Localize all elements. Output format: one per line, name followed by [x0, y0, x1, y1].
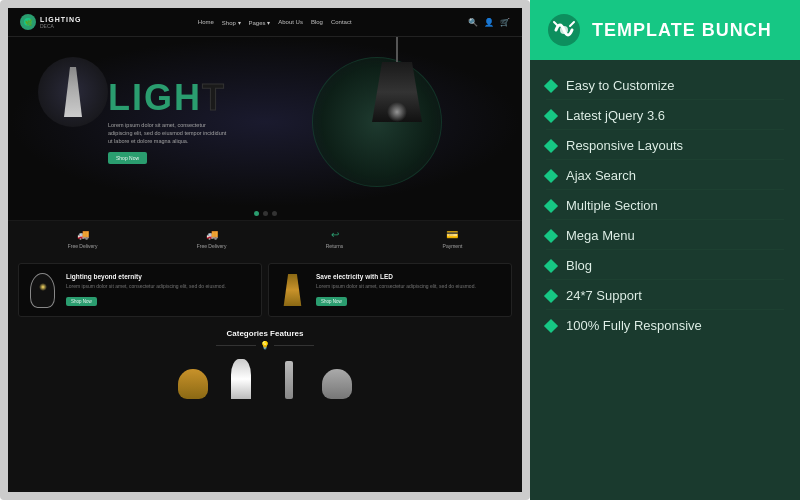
payment-label: Payment [443, 243, 463, 249]
feature-returns: ↩ Returns [326, 229, 344, 249]
nav-contact[interactable]: Contact [331, 19, 352, 26]
website-preview: 🌿 LIGHTING DECA Home Shop ▾ Pages ▾ Abou… [0, 0, 530, 500]
card-content-1: Lighting beyond eternity Lorem ipsum dol… [66, 273, 255, 308]
navbar: 🌿 LIGHTING DECA Home Shop ▾ Pages ▾ Abou… [8, 8, 522, 37]
card-img-2 [275, 270, 310, 310]
feature-row-2: Responsive Layouts [546, 132, 784, 160]
hero-shop-button[interactable]: Shop Now [108, 152, 147, 164]
wood-lamp [282, 274, 304, 306]
logo-area: 🌿 LIGHTING DECA [20, 14, 81, 30]
diamond-icon-2 [544, 138, 558, 152]
feature-name-0: Easy to Customize [566, 78, 674, 93]
feature-name-1: Latest jQuery 3.6 [566, 108, 665, 123]
feature-row-4: Multiple Section [546, 192, 784, 220]
feature-delivery-2: 🚚 Free Delivery [197, 229, 227, 249]
diamond-icon-8 [544, 318, 558, 332]
features-strip: 🚚 Free Delivery 🚚 Free Delivery ↩ Return… [8, 220, 522, 257]
card-btn-1[interactable]: Shop Now [66, 297, 97, 306]
payment-icon: 💳 [446, 229, 458, 240]
pendant-lamp [372, 37, 422, 122]
categories-section: Categories Features 💡 [8, 323, 522, 405]
hero-text-area: LIGHT Lorem ipsum dolor sit amet, consec… [108, 80, 228, 163]
logo-icon: 🌿 [20, 14, 36, 30]
dot-2[interactable] [263, 211, 268, 216]
diamond-icon-0 [544, 78, 558, 92]
feature-name-4: Multiple Section [566, 198, 658, 213]
user-icon[interactable]: 👤 [484, 18, 494, 27]
dot-3[interactable] [272, 211, 277, 216]
lamp-thumb-4 [317, 354, 357, 399]
cat-line-right [274, 345, 314, 346]
lamp-thumb-1 [173, 354, 213, 399]
hero-title-dark: T [202, 77, 226, 118]
nav-shop[interactable]: Shop ▾ [222, 19, 241, 26]
diamond-icon-5 [544, 228, 558, 242]
feature-payment: 💳 Payment [443, 229, 463, 249]
svg-point-3 [560, 26, 568, 34]
hero-title: LIGHT [108, 80, 228, 116]
card-title-2: Save electricity with LED [316, 273, 505, 281]
hero-section: LIGHT Lorem ipsum dolor sit amet, consec… [8, 37, 522, 207]
product-card-2: Save electricity with LED Lorem ipsum do… [268, 263, 512, 317]
logo-brand: LIGHTING [40, 16, 81, 23]
floor-lamp [285, 361, 293, 399]
feature-row-3: Ajax Search [546, 162, 784, 190]
feature-row-7: 24*7 Support [546, 282, 784, 310]
hero-body-text: Lorem ipsum dolor sit amet, consectetur … [108, 122, 228, 145]
delivery-label-1: Free Delivery [68, 243, 98, 249]
feature-row-8: 100% Fully Responsive [546, 312, 784, 339]
feature-row-1: Latest jQuery 3.6 [546, 102, 784, 130]
feature-row-5: Mega Menu [546, 222, 784, 250]
returns-label: Returns [326, 243, 344, 249]
feature-name-5: Mega Menu [566, 228, 635, 243]
lamp-wire [396, 37, 398, 62]
nav-icons: 🔍 👤 🛒 [468, 18, 510, 27]
logo-sub: DECA [40, 23, 81, 29]
lamp-thumb-2 [221, 354, 261, 399]
lamp-glow [387, 102, 407, 122]
nav-blog[interactable]: Blog [311, 19, 323, 26]
nav-about[interactable]: About Us [278, 19, 303, 26]
feature-name-7: 24*7 Support [566, 288, 642, 303]
feature-name-3: Ajax Search [566, 168, 636, 183]
nav-pages[interactable]: Pages ▾ [249, 19, 271, 26]
delivery-label-2: Free Delivery [197, 243, 227, 249]
dot-1[interactable] [254, 211, 259, 216]
lamp-shade [372, 62, 422, 122]
diamond-icon-6 [544, 258, 558, 272]
card-content-2: Save electricity with LED Lorem ipsum do… [316, 273, 505, 308]
hero-title-light: LIGH [108, 77, 202, 118]
categories-title: Categories Features [18, 329, 512, 338]
delivery-icon-2: 🚚 [206, 229, 218, 240]
cat-line-left [216, 345, 256, 346]
delivery-icon-1: 🚚 [77, 229, 89, 240]
svg-text:🌿: 🌿 [25, 19, 33, 27]
hero-circle-left [38, 57, 108, 127]
cage-lamp [30, 273, 55, 308]
product-cards: Lighting beyond eternity Lorem ipsum dol… [8, 257, 522, 323]
hero-pagination [8, 207, 522, 220]
right-panel: TEMPLATE BUNCH Easy to Customize Latest … [530, 0, 800, 500]
brand-header: TEMPLATE BUNCH [530, 0, 800, 60]
card-desc-1: Lorem ipsum dolor sit amet, consectetur … [66, 283, 255, 290]
basket-lamp [178, 369, 208, 399]
features-list: Easy to Customize Latest jQuery 3.6 Resp… [530, 60, 800, 500]
diamond-icon-3 [544, 168, 558, 182]
product-card-1: Lighting beyond eternity Lorem ipsum dol… [18, 263, 262, 317]
lamp-thumbnails [18, 354, 512, 399]
feature-row-0: Easy to Customize [546, 72, 784, 100]
logo-text-group: LIGHTING DECA [40, 16, 81, 29]
lamp-thumb-3 [269, 354, 309, 399]
brand-name: TEMPLATE BUNCH [592, 20, 772, 41]
cart-icon[interactable]: 🛒 [500, 18, 510, 27]
brand-logo-icon [546, 12, 582, 48]
diamond-icon-1 [544, 108, 558, 122]
diamond-icon-7 [544, 288, 558, 302]
nav-home[interactable]: Home [198, 19, 214, 26]
feature-delivery-1: 🚚 Free Delivery [68, 229, 98, 249]
feature-name-8: 100% Fully Responsive [566, 318, 702, 333]
search-icon[interactable]: 🔍 [468, 18, 478, 27]
card-desc-2: Lorem ipsum dolor sit amet, consectetur … [316, 283, 505, 290]
card-btn-2[interactable]: Shop Now [316, 297, 347, 306]
card-img-1 [25, 270, 60, 310]
